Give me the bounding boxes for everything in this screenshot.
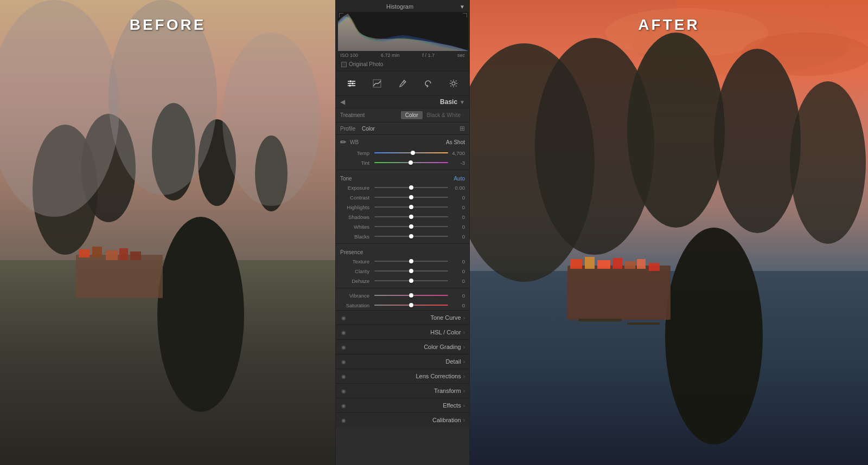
temp-slider[interactable] — [374, 152, 448, 154]
texture-slider[interactable] — [374, 260, 448, 262]
svg-point-24 — [349, 80, 352, 82]
treatment-color-btn[interactable]: Color — [401, 111, 423, 119]
blacks-slider-row: Blacks 0 — [336, 231, 469, 241]
controls-panel: Histogram ▼ — [335, 0, 470, 465]
scroll-content[interactable]: Treatment Color Black & White Profile Co… — [336, 108, 469, 465]
svg-point-25 — [352, 82, 354, 85]
blacks-value: 0 — [450, 234, 465, 240]
panel-row-arrow-icon-effects: › — [463, 403, 465, 409]
whites-slider[interactable] — [374, 225, 448, 228]
before-label: BEFORE — [130, 16, 206, 34]
svg-rect-12 — [119, 248, 128, 260]
tone-section-header: Tone Auto — [336, 172, 469, 183]
svg-line-28 — [403, 81, 405, 83]
panel-row-calibration[interactable]: ◉ Calibration › — [336, 412, 469, 427]
histogram-canvas — [338, 12, 468, 51]
panel-row-transform[interactable]: ◉ Transform › — [336, 383, 469, 398]
panel-row-color-grading[interactable]: ◉ Color Grading › — [336, 339, 469, 354]
tool-settings-icon[interactable] — [446, 76, 461, 91]
blacks-label: Blacks — [340, 234, 369, 240]
temp-slider-row: Temp 4,700 — [336, 148, 469, 158]
original-photo-checkbox[interactable] — [341, 62, 347, 67]
wb-eyedropper-icon[interactable]: ✏ — [340, 138, 347, 146]
panel-row-title-hsl-color: HSL / Color — [350, 329, 461, 335]
tool-curve-icon[interactable] — [369, 76, 385, 91]
panel-row-arrow-icon-tone-curve: › — [463, 315, 465, 321]
tone-auto-btn[interactable]: Auto — [454, 176, 465, 182]
dehaze-slider[interactable] — [374, 280, 448, 282]
panel-row-detail[interactable]: ◉ Detail › — [336, 354, 469, 369]
shadows-slider[interactable] — [374, 216, 448, 218]
panel-row-toggle-icon-detail: ◉ — [340, 359, 347, 365]
panel-row-toggle-icon-color-grading: ◉ — [340, 344, 347, 350]
histogram-aperture: f / 1.7 — [423, 53, 435, 58]
highlights-slider[interactable] — [374, 206, 448, 208]
temp-label: Temp — [340, 150, 369, 156]
dehaze-label: Dehaze — [340, 278, 369, 284]
panel-row-arrow-icon-lens-corrections: › — [463, 373, 465, 379]
after-image — [470, 0, 868, 465]
svg-rect-43 — [570, 259, 582, 269]
panel-row-title-tone-curve: Tone Curve — [350, 314, 461, 321]
svg-rect-49 — [649, 263, 660, 271]
texture-label: Texture — [340, 259, 369, 264]
panel-row-tone-curve[interactable]: ◉ Tone Curve › — [336, 310, 469, 325]
wb-label: WB — [350, 139, 446, 145]
clarity-slider-row: Clarity 0 — [336, 266, 469, 276]
profile-grid-icon[interactable]: ⊞ — [459, 125, 465, 132]
tool-basic-icon[interactable] — [344, 76, 359, 91]
texture-slider-row: Texture 0 — [336, 256, 469, 266]
treatment-bw-btn[interactable]: Black & White — [423, 111, 465, 119]
histogram-unit: sec — [457, 53, 465, 58]
dehaze-slider-row: Dehaze 0 — [336, 276, 469, 286]
panel-row-toggle-icon-transform: ◉ — [340, 388, 347, 394]
panel-row-toggle-icon-calibration: ◉ — [340, 417, 347, 423]
svg-rect-44 — [585, 257, 595, 269]
histogram-exposure-time: 6.72 min — [381, 53, 400, 58]
nav-back-icon: ◀ — [340, 98, 345, 106]
temp-value: 4,700 — [450, 150, 465, 156]
tool-color-icon[interactable] — [395, 76, 410, 91]
panel-row-toggle-icon-hsl-color: ◉ — [340, 330, 347, 335]
wb-value: As Shot — [446, 139, 465, 145]
saturation-slider[interactable] — [374, 304, 448, 306]
svg-rect-8 — [76, 255, 163, 298]
panel-row-arrow-icon-transform: › — [463, 388, 465, 394]
svg-rect-48 — [637, 259, 646, 269]
after-panel: AFTER — [470, 0, 868, 465]
exposure-slider[interactable] — [374, 186, 448, 189]
section-dropdown-icon[interactable]: ▼ — [459, 99, 465, 105]
svg-point-41 — [665, 228, 763, 444]
panel-row-title-detail: Detail — [350, 358, 461, 365]
panel-row-toggle-icon-lens-corrections: ◉ — [340, 373, 347, 379]
panel-row-arrow-icon-detail: › — [463, 359, 465, 365]
panel-row-arrow-icon-hsl-color: › — [463, 330, 465, 335]
tint-slider[interactable] — [374, 162, 448, 164]
histogram-dropdown-icon[interactable]: ▼ — [459, 4, 465, 10]
tone-label: Tone — [340, 176, 352, 182]
svg-point-38 — [627, 33, 725, 228]
profile-label: Profile — [340, 126, 362, 132]
vibrance-slider[interactable] — [374, 294, 448, 296]
svg-rect-50 — [578, 319, 622, 321]
treatment-row: Treatment Color Black & White — [336, 108, 469, 122]
contrast-label: Contrast — [340, 195, 369, 201]
svg-point-39 — [714, 49, 801, 233]
svg-rect-45 — [597, 260, 610, 269]
panel-row-hsl-color[interactable]: ◉ HSL / Color › — [336, 325, 469, 339]
contrast-slider[interactable] — [374, 196, 448, 198]
blacks-slider[interactable] — [374, 235, 448, 237]
vibrance-value: 0 — [450, 293, 465, 299]
profile-value: Color — [362, 126, 459, 132]
svg-rect-42 — [567, 266, 671, 320]
panel-row-lens-corrections[interactable]: ◉ Lens Corrections › — [336, 369, 469, 383]
tool-sync-icon[interactable] — [420, 76, 436, 91]
saturation-label: Saturation — [340, 302, 369, 308]
svg-rect-11 — [106, 250, 118, 260]
whites-value: 0 — [450, 224, 465, 230]
svg-rect-51 — [627, 322, 660, 325]
vibrance-label: Vibrance — [340, 293, 369, 299]
svg-point-26 — [349, 85, 351, 87]
clarity-slider[interactable] — [374, 270, 448, 272]
panel-row-effects[interactable]: ◉ Effects › — [336, 398, 469, 412]
